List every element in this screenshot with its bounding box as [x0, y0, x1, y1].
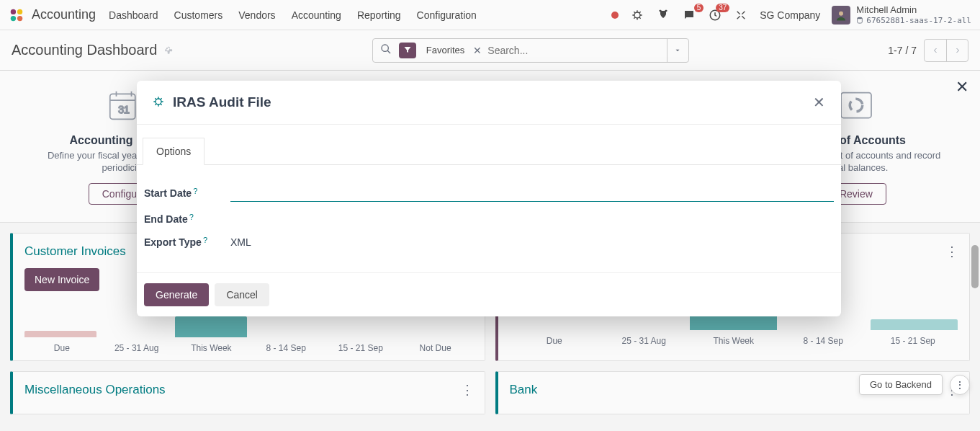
row-export-type: Export Type? XML	[137, 231, 841, 254]
generate-button[interactable]: Generate	[144, 283, 209, 306]
help-icon[interactable]: ?	[189, 213, 194, 221]
modal-header: IRAS Audit File ✕	[137, 81, 841, 125]
start-date-input[interactable]	[230, 184, 834, 202]
modal-tabs: Options	[137, 138, 841, 165]
label-start-date: Start Date?	[144, 187, 216, 199]
row-end-date: End Date?	[137, 208, 841, 231]
row-start-date: Start Date?	[137, 178, 841, 208]
backend-pill: Go to Backend ⋮	[859, 374, 970, 395]
cancel-button[interactable]: Cancel	[215, 283, 269, 306]
tab-options[interactable]: Options	[143, 138, 204, 165]
help-icon[interactable]: ?	[193, 187, 197, 195]
modal-iras-audit: IRAS Audit File ✕ Options Start Date? En…	[137, 81, 841, 316]
label-end-date: End Date?	[144, 213, 216, 225]
close-icon[interactable]: ✕	[813, 94, 825, 111]
label-export-type: Export Type?	[144, 236, 216, 248]
modal-body: Options Start Date? End Date? Export Typ…	[137, 125, 841, 272]
go-to-backend-button[interactable]: Go to Backend	[859, 374, 943, 395]
kebab-icon[interactable]: ⋮	[950, 375, 970, 395]
help-icon[interactable]: ?	[203, 236, 207, 244]
modal-footer: Generate Cancel	[137, 272, 841, 316]
export-type-value[interactable]: XML	[230, 236, 834, 248]
modal-title: IRAS Audit File	[173, 94, 271, 110]
bug-icon[interactable]	[153, 96, 164, 110]
